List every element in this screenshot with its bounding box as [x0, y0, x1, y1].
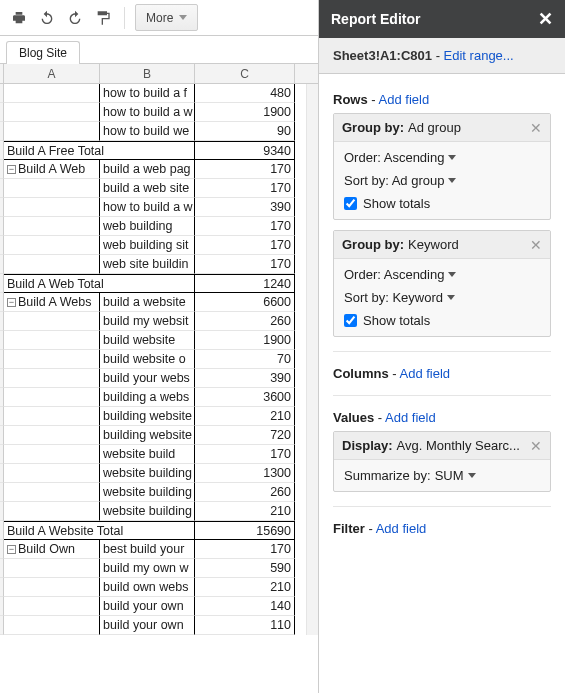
table-row[interactable]: build my websit260 [0, 312, 318, 331]
table-row[interactable]: Build A Web Total1240 [0, 274, 318, 293]
order-dropdown[interactable]: Order: Ascending [344, 150, 540, 165]
table-row[interactable]: build a web site170 [0, 179, 318, 198]
table-row[interactable]: building website210 [0, 407, 318, 426]
filter-add-field[interactable]: Add field [376, 521, 427, 536]
table-row[interactable]: web building170 [0, 217, 318, 236]
table-row[interactable]: web site buildin170 [0, 255, 318, 274]
more-button[interactable]: More [135, 4, 198, 31]
chevron-down-icon [448, 272, 456, 277]
table-row[interactable]: −Build A Websbuild a website6600 [0, 293, 318, 312]
group-card: Group by: Ad group✕Order: AscendingSort … [333, 113, 551, 220]
rows-add-field[interactable]: Add field [379, 92, 430, 107]
table-row[interactable]: build website1900 [0, 331, 318, 350]
collapse-icon[interactable]: − [7, 545, 16, 554]
toolbar-separator [124, 7, 125, 29]
show-totals-checkbox[interactable]: Show totals [344, 313, 540, 328]
table-row[interactable]: −Build Ownbest build your170 [0, 540, 318, 559]
chevron-down-icon [447, 295, 455, 300]
table-row[interactable]: build your webs390 [0, 369, 318, 388]
table-row[interactable]: how to build a w390 [0, 198, 318, 217]
chevron-down-icon [448, 178, 456, 183]
chevron-down-icon [448, 155, 456, 160]
order-dropdown[interactable]: Order: Ascending [344, 267, 540, 282]
filter-section: Filter - Add field [333, 521, 551, 536]
sort-dropdown[interactable]: Sort by: Ad group [344, 173, 540, 188]
columns-add-field[interactable]: Add field [399, 366, 450, 381]
table-row[interactable]: website building1300 [0, 464, 318, 483]
report-editor-panel: Report Editor ✕ Sheet3!A1:C801 - Edit ra… [319, 0, 565, 693]
table-row[interactable]: how to build a f480 [0, 84, 318, 103]
table-row[interactable]: build website o70 [0, 350, 318, 369]
chevron-down-icon [179, 15, 187, 20]
display-value: Avg. Monthly Searc... [397, 438, 520, 453]
table-row[interactable]: how to build a w1900 [0, 103, 318, 122]
remove-value-icon[interactable]: ✕ [530, 439, 542, 453]
table-row[interactable]: build own webs210 [0, 578, 318, 597]
group-card: Group by: Keyword✕Order: AscendingSort b… [333, 230, 551, 337]
undo-icon[interactable] [36, 7, 58, 29]
more-label: More [146, 11, 173, 25]
display-label: Display: [342, 438, 393, 453]
chevron-down-icon [468, 473, 476, 478]
table-row[interactable]: build your own140 [0, 597, 318, 616]
table-row[interactable]: how to build we90 [0, 122, 318, 141]
col-header-c[interactable]: C [195, 64, 295, 83]
redo-icon[interactable] [64, 7, 86, 29]
edit-range-link[interactable]: Edit range... [444, 48, 514, 63]
remove-group-icon[interactable]: ✕ [530, 121, 542, 135]
columns-section: Columns - Add field [333, 366, 551, 381]
table-row[interactable]: website building210 [0, 502, 318, 521]
spreadsheet-grid[interactable]: A B C how to build a f480how to build a … [0, 64, 318, 693]
close-icon[interactable]: ✕ [538, 8, 553, 30]
toolbar: More [0, 0, 318, 36]
table-row[interactable]: website build170 [0, 445, 318, 464]
table-row[interactable]: Build A Free Total9340 [0, 141, 318, 160]
col-header-a[interactable]: A [4, 64, 100, 83]
paint-format-icon[interactable] [92, 7, 114, 29]
show-totals-checkbox[interactable]: Show totals [344, 196, 540, 211]
table-row[interactable]: building website720 [0, 426, 318, 445]
print-icon[interactable] [8, 7, 30, 29]
report-editor-title: Report Editor [331, 11, 420, 27]
table-row[interactable]: build your own110 [0, 616, 318, 635]
table-row[interactable]: website building260 [0, 483, 318, 502]
report-editor-header: Report Editor ✕ [319, 0, 565, 38]
range-text: Sheet3!A1:C801 [333, 48, 432, 63]
collapse-icon[interactable]: − [7, 298, 16, 307]
tab-blog-site[interactable]: Blog Site [6, 41, 80, 64]
rows-section: Rows - Add field [333, 92, 551, 107]
summarize-dropdown[interactable]: Summarize by: SUM [344, 468, 540, 483]
values-card: Display: Avg. Monthly Searc... ✕ Summari… [333, 431, 551, 492]
sort-dropdown[interactable]: Sort by: Keyword [344, 290, 540, 305]
table-row[interactable]: build my own w590 [0, 559, 318, 578]
table-row[interactable]: web building sit170 [0, 236, 318, 255]
remove-group-icon[interactable]: ✕ [530, 238, 542, 252]
col-header-b[interactable]: B [100, 64, 195, 83]
table-row[interactable]: −Build A Webbuild a web pag170 [0, 160, 318, 179]
sheet-tabs: Blog Site [0, 36, 318, 64]
range-bar: Sheet3!A1:C801 - Edit range... [319, 38, 565, 74]
table-row[interactable]: building a webs3600 [0, 388, 318, 407]
collapse-icon[interactable]: − [7, 165, 16, 174]
table-row[interactable]: Build A Website Total15690 [0, 521, 318, 540]
vertical-scrollbar[interactable] [306, 84, 318, 635]
values-section: Values - Add field [333, 410, 551, 425]
values-add-field[interactable]: Add field [385, 410, 436, 425]
